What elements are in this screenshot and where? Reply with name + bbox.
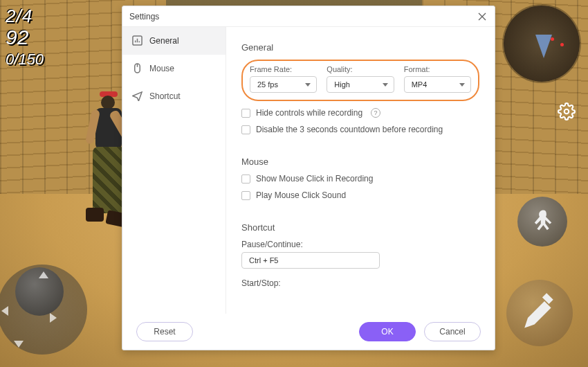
fire-button[interactable] xyxy=(506,280,573,346)
play-mouse-sound-label: Play Mouse Click Sound xyxy=(256,190,346,200)
settings-dialog: Settings General Mouse Shortcut General xyxy=(122,6,495,350)
hud-stats: 2/4 92 0/150 xyxy=(6,6,44,69)
gear-icon[interactable] xyxy=(558,102,576,120)
sidebar-item-shortcut[interactable]: Shortcut xyxy=(122,82,226,110)
show-mouse-click-label: Show Mouse Click in Recording xyxy=(256,174,373,184)
sidebar-item-label: Mouse xyxy=(149,64,174,73)
hud-ammo: 2/4 xyxy=(6,6,44,27)
frame-rate-label: Frame Rate: xyxy=(250,65,317,73)
format-select[interactable]: MP4 xyxy=(404,76,471,93)
cancel-button-label: Cancel xyxy=(439,327,465,337)
dialog-footer: Reset OK Cancel xyxy=(122,314,495,350)
ok-button-label: OK xyxy=(381,327,393,337)
settings-content: General Frame Rate: 25 fps Quality: High xyxy=(226,27,495,314)
frame-rate-value: 25 fps xyxy=(257,80,278,89)
section-heading-general: General xyxy=(241,42,479,53)
pause-continue-label: Pause/Continue: xyxy=(241,240,479,249)
hide-controls-label: Hide controls while recording xyxy=(256,108,362,118)
format-value: MP4 xyxy=(412,80,428,89)
section-heading-mouse: Mouse xyxy=(241,156,479,167)
virtual-joystick[interactable] xyxy=(0,265,87,355)
ok-button[interactable]: OK xyxy=(359,322,416,341)
bar-chart-icon xyxy=(132,35,143,46)
pause-continue-value: Ctrl + F5 xyxy=(249,256,278,265)
recording-params-highlight: Frame Rate: 25 fps Quality: High Format: xyxy=(241,60,479,101)
svg-point-0 xyxy=(564,109,569,114)
settings-sidebar: General Mouse Shortcut xyxy=(122,27,226,314)
send-icon xyxy=(132,91,143,101)
sidebar-item-label: General xyxy=(149,36,179,46)
dialog-titlebar: Settings xyxy=(122,6,495,27)
section-heading-shortcut: Shortcut xyxy=(241,222,479,233)
sidebar-item-general[interactable]: General xyxy=(122,27,226,55)
format-label: Format: xyxy=(404,65,471,73)
sidebar-item-mouse[interactable]: Mouse xyxy=(122,55,226,82)
close-icon[interactable] xyxy=(477,11,488,22)
mouse-icon xyxy=(132,63,143,73)
quality-value: High xyxy=(334,80,350,89)
minimap xyxy=(504,6,580,82)
minimap-enemy-dot xyxy=(560,43,564,46)
minimap-enemy-dot xyxy=(551,37,554,41)
disable-countdown-checkbox[interactable] xyxy=(241,125,250,134)
disable-countdown-label: Disable the 3 seconds countdown before r… xyxy=(256,125,443,134)
hud-health: 92 xyxy=(6,26,44,49)
cancel-button[interactable]: Cancel xyxy=(424,322,481,341)
pause-continue-input[interactable]: Ctrl + F5 xyxy=(241,252,380,269)
hud-armor: 0/150 xyxy=(6,51,44,69)
dialog-title: Settings xyxy=(129,12,159,21)
jump-button[interactable] xyxy=(517,197,567,247)
show-mouse-click-checkbox[interactable] xyxy=(241,174,250,184)
play-mouse-sound-checkbox[interactable] xyxy=(241,191,250,200)
reset-button-label: Reset xyxy=(154,327,175,337)
quality-select[interactable]: High xyxy=(327,76,394,93)
frame-rate-select[interactable]: 25 fps xyxy=(250,76,317,93)
reset-button[interactable]: Reset xyxy=(136,322,193,341)
quality-label: Quality: xyxy=(327,65,394,73)
hide-controls-checkbox[interactable] xyxy=(241,109,250,118)
help-icon[interactable]: ? xyxy=(371,108,380,118)
minimap-view-cone xyxy=(535,35,552,58)
sidebar-item-label: Shortcut xyxy=(149,91,181,101)
start-stop-label: Start/Stop: xyxy=(241,278,479,288)
